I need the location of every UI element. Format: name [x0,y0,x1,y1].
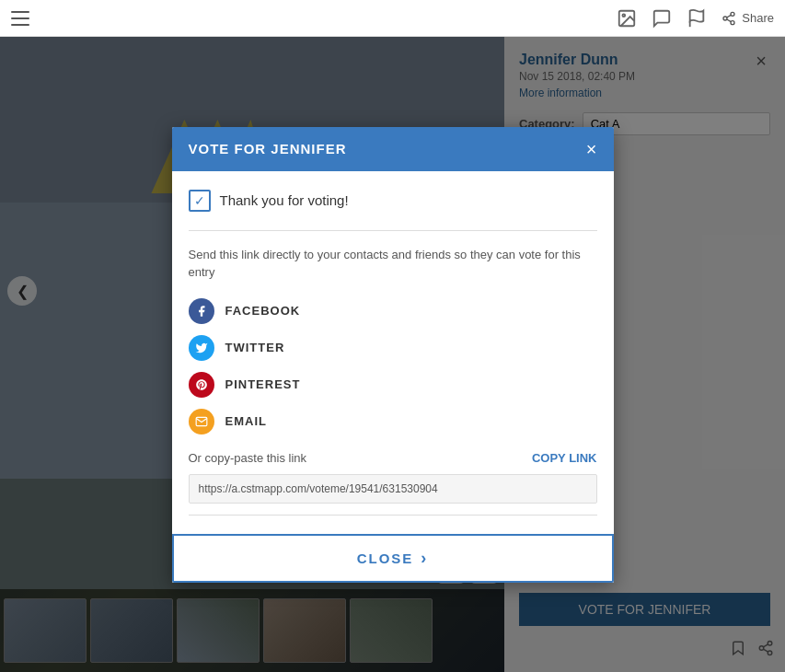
twitter-label: TWITTeR [225,341,285,354]
email-link[interactable]: EMAIL [189,409,597,434]
comment-icon[interactable] [652,8,672,29]
modal-overlay[interactable]: VOTE FOR JENNIFER × ✓ Thank you for voti… [0,37,785,672]
share-button[interactable]: Share [722,11,774,26]
copy-prompt-text: Or copy-paste this link [189,451,307,465]
copy-link-button[interactable]: COPY LINK [532,451,597,465]
modal-body: ✓ Thank you for voting! Send this link d… [172,171,614,534]
facebook-label: FACEBOOK [225,304,301,318]
nav-left [11,11,29,26]
checkmark-icon: ✓ [189,190,211,212]
twitter-icon [189,335,214,361]
vote-modal: VOTE FOR JENNIFER × ✓ Thank you for voti… [172,127,614,583]
pinterest-label: PINTEREST [225,377,301,391]
share-label: Share [742,11,774,25]
link-url-box[interactable]: https://a.cstmapp.com/voteme/19541/63153… [189,474,597,504]
nav-right: Share [617,8,774,29]
close-btn-label: CLOSE [357,550,414,566]
modal-header: VOTE FOR JENNIFER × [172,127,614,171]
svg-line-7 [727,15,732,17]
svg-line-6 [727,19,732,22]
close-chevron-icon: › [421,549,428,568]
email-label: EMAIL [225,414,267,428]
pinterest-link[interactable]: PINTEREST [189,372,597,398]
bottom-divider [189,515,597,516]
email-icon [189,409,214,434]
share-prompt-text: Send this link directly to your contacts… [189,246,597,282]
share-icon [722,11,736,26]
modal-close-button[interactable]: × [586,140,597,158]
main-content: ❮ ❯ [0,37,785,672]
vote-confirmation: ✓ Thank you for voting! [189,190,597,212]
flag-icon[interactable] [687,8,707,29]
divider-1 [189,230,597,231]
svg-point-1 [623,14,626,17]
svg-point-3 [731,12,734,16]
modal-title: VOTE FOR JENNIFER [189,141,347,156]
close-btn-row: CLOSE › [172,534,614,583]
copy-row: Or copy-paste this link COPY LINK [189,451,597,465]
social-links: FACEBOOK TWITTeR PINTEREST [189,298,597,434]
twitter-link[interactable]: TWITTeR [189,335,597,361]
vote-confirm-text: Thank you for voting! [220,192,349,208]
pinterest-icon [189,372,214,398]
close-modal-button[interactable]: CLOSE › [172,534,614,583]
hamburger-icon[interactable] [11,11,29,26]
svg-point-5 [731,20,734,24]
top-nav: Share [0,0,785,37]
image-icon[interactable] [617,8,637,29]
facebook-link[interactable]: FACEBOOK [189,298,597,324]
facebook-icon [189,298,214,324]
svg-point-4 [723,17,727,20]
